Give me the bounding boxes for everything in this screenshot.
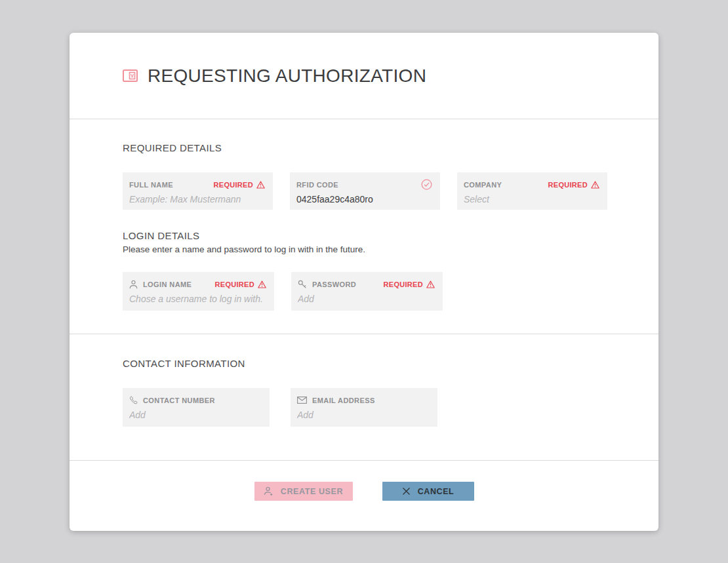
check-circle-icon	[421, 179, 432, 190]
contact-number-label-group: CONTACT NUMBER	[129, 396, 215, 404]
close-icon	[402, 487, 411, 495]
phone-icon	[129, 396, 138, 404]
email-address-label: EMAIL ADDRESS	[312, 397, 375, 404]
full-name-required-badge: REQUIRED	[214, 181, 265, 189]
login-name-label-group: LOGIN NAME	[129, 280, 192, 289]
required-label: REQUIRED	[215, 281, 254, 288]
section-required-details: REQUIRED DETAILS FULL NAME REQUIRED	[70, 119, 658, 334]
rfid-code-field: RFID CODE	[290, 172, 440, 210]
required-label: REQUIRED	[548, 181, 588, 189]
contact-information-fields: CONTACT NUMBER EMAIL ADDRESS	[123, 388, 607, 427]
id-card-icon	[123, 69, 138, 82]
warning-icon	[591, 181, 599, 189]
login-name-required-badge: REQUIRED	[215, 281, 266, 288]
full-name-label: FULL NAME	[129, 181, 173, 189]
dialog-header: REQUESTING AUTHORIZATION	[70, 33, 658, 119]
create-user-button[interactable]: CREATE USER	[254, 482, 353, 501]
password-input[interactable]	[298, 294, 435, 304]
required-details-fields: FULL NAME REQUIRED	[123, 172, 607, 210]
rfid-code-label: RFID CODE	[296, 181, 338, 189]
user-icon	[129, 280, 138, 289]
contact-number-input[interactable]	[129, 410, 262, 420]
cancel-button-label: CANCEL	[418, 487, 455, 496]
password-label: PASSWORD	[312, 281, 356, 288]
login-details-heading: LOGIN DETAILS	[123, 231, 607, 241]
contact-number-field: CONTACT NUMBER	[123, 388, 270, 427]
company-required-badge: REQUIRED	[548, 181, 599, 189]
contact-information-heading: CONTACT INFORMATION	[123, 359, 607, 369]
contact-number-label: CONTACT NUMBER	[143, 397, 215, 404]
required-details-heading: REQUIRED DETAILS	[123, 143, 607, 153]
mail-icon	[297, 397, 307, 404]
warning-icon	[256, 181, 265, 189]
full-name-input[interactable]	[129, 194, 265, 204]
authorization-dialog: REQUESTING AUTHORIZATION REQUIRED DETAIL…	[70, 33, 658, 531]
key-icon	[298, 280, 307, 289]
warning-icon	[258, 281, 266, 288]
rfid-code-input[interactable]	[296, 194, 432, 204]
password-field: PASSWORD REQUIRED	[291, 272, 443, 311]
login-name-label: LOGIN NAME	[143, 281, 192, 288]
password-label-group: PASSWORD	[298, 280, 356, 289]
login-name-field: LOGIN NAME REQUIRED	[123, 272, 274, 311]
company-field: COMPANY REQUIRED	[457, 172, 607, 210]
cancel-button[interactable]: CANCEL	[382, 482, 474, 501]
section-contact-information: CONTACT INFORMATION CONTACT NUMBER	[70, 334, 658, 461]
required-label: REQUIRED	[214, 181, 253, 189]
password-required-badge: REQUIRED	[384, 281, 435, 288]
warning-icon	[426, 281, 435, 288]
email-address-input[interactable]	[297, 410, 430, 420]
company-select[interactable]	[464, 194, 599, 204]
login-details-subtitle: Please enter a name and password to log …	[123, 244, 607, 254]
email-address-field: EMAIL ADDRESS	[291, 388, 437, 427]
full-name-field: FULL NAME REQUIRED	[123, 172, 273, 210]
company-label: COMPANY	[464, 181, 502, 189]
create-user-button-label: CREATE USER	[281, 487, 343, 496]
login-name-input[interactable]	[129, 294, 266, 304]
login-details-fields: LOGIN NAME REQUIRED	[123, 272, 607, 311]
email-address-label-group: EMAIL ADDRESS	[297, 397, 375, 404]
required-label: REQUIRED	[384, 281, 423, 288]
user-plus-icon	[264, 486, 273, 496]
dialog-footer: CREATE USER CANCEL	[70, 461, 658, 501]
page-title: REQUESTING AUTHORIZATION	[148, 66, 426, 87]
